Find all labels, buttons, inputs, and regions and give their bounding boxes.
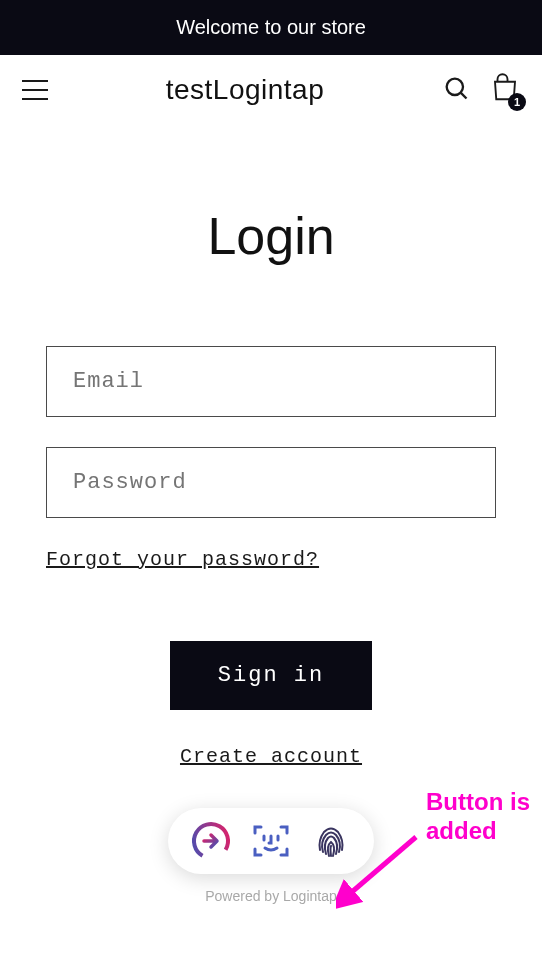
cart-icon[interactable]: 1 bbox=[490, 73, 520, 107]
search-icon[interactable] bbox=[442, 74, 470, 106]
announcement-bar: Welcome to our store bbox=[0, 0, 542, 55]
forgot-password-link[interactable]: Forgot your password? bbox=[46, 548, 496, 571]
header: testLogintap 1 bbox=[0, 55, 542, 126]
login-arrow-icon[interactable] bbox=[190, 820, 232, 862]
store-name: testLogintap bbox=[48, 74, 442, 106]
email-field[interactable] bbox=[46, 346, 496, 417]
announcement-text: Welcome to our store bbox=[176, 16, 366, 38]
annotation-arrow-icon bbox=[336, 832, 426, 912]
annotation-text: Button is added bbox=[426, 788, 542, 846]
powered-by-text: Powered by Logintap bbox=[46, 888, 496, 904]
signin-button[interactable]: Sign in bbox=[170, 641, 372, 710]
page-title: Login bbox=[46, 206, 496, 266]
svg-line-3 bbox=[346, 837, 416, 897]
create-account-link[interactable]: Create account bbox=[180, 745, 362, 768]
password-field[interactable] bbox=[46, 447, 496, 518]
cart-badge: 1 bbox=[508, 93, 526, 111]
svg-line-1 bbox=[461, 93, 467, 99]
face-id-icon[interactable] bbox=[250, 820, 292, 862]
menu-icon[interactable] bbox=[22, 80, 48, 100]
login-form: Login Forgot your password? Sign in Crea… bbox=[46, 126, 496, 944]
svg-point-0 bbox=[447, 79, 463, 95]
